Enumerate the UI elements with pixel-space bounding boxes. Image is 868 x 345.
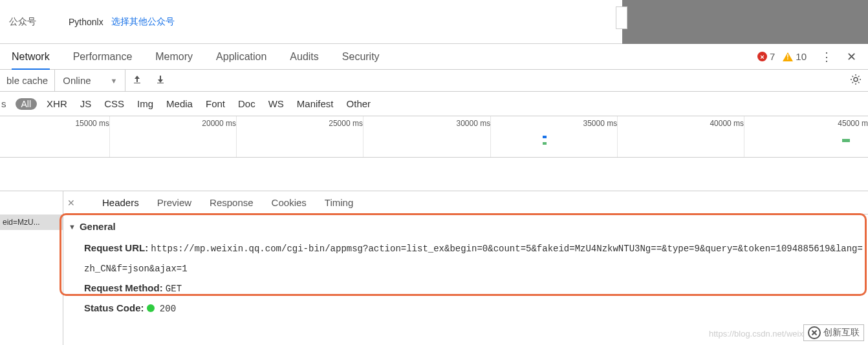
detail-split: eid=MzU... ✕ Headers Preview Response Co… [0,191,868,345]
timeline-label: 45000 m [838,119,868,128]
request-list: eid=MzU... [0,191,63,345]
tab-security[interactable]: Security [342,44,380,70]
upload-icon[interactable] [125,74,149,87]
brand-icon [808,326,821,339]
filter-doc[interactable]: Doc [235,98,259,109]
timeline[interactable]: 15000 ms 20000 ms 25000 ms 30000 ms 3500… [0,116,868,158]
warning-badge[interactable]: 10 [777,51,807,62]
watermark: 创新互联 [803,324,864,341]
devtools-tabs: Network Performance Memory Application A… [0,44,868,70]
error-icon: × [757,52,767,61]
filter-img[interactable]: Img [134,98,157,109]
svg-point-0 [854,78,858,81]
chevron-down-icon: ▼ [111,77,118,85]
detail-body: ▼ General Request URL: https://mp.weixin… [63,214,868,345]
status-icons: × 7 10 [757,51,807,62]
throttle-value: Online [63,75,91,86]
field-status-code: Status Code: 200 [69,298,863,319]
section-general[interactable]: ▼ General [69,221,863,232]
error-badge[interactable]: × 7 [757,51,775,62]
tab-audits[interactable]: Audits [290,44,318,70]
field-label: Request URL: [84,242,148,253]
gray-panel [622,0,868,44]
field-label: Request Method: [84,282,163,293]
watermark-url: https://blog.csdn.net/weix [709,329,803,339]
timeline-label: 40000 ms [710,119,744,128]
filter-ws[interactable]: WS [265,98,287,109]
field-value: https://mp.weixin.qq.com/cgi-bin/appmsg?… [84,244,863,274]
account-name: Pythonlx [69,17,103,27]
tab-performance[interactable]: Performance [73,44,133,70]
status-dot-icon [147,304,155,312]
filter-other[interactable]: Other [343,98,374,109]
brand-text: 创新互联 [823,327,860,339]
detail-tab-timing[interactable]: Timing [325,191,353,214]
timeline-marker [842,139,850,142]
field-value: 200 [160,304,176,314]
filter-media[interactable]: Media [163,98,196,109]
timeline-label: 15000 ms [75,119,109,128]
section-title: General [80,221,116,232]
tab-network[interactable]: Network [12,44,50,70]
throttle-select[interactable]: Online ▼ [55,70,125,91]
timeline-label: 25000 ms [329,119,363,128]
filter-css[interactable]: CSS [101,98,127,109]
field-request-url: Request URL: https://mp.weixin.qq.com/cg… [69,238,863,278]
filter-manifest[interactable]: Manifest [294,98,337,109]
gray-panel-inner [616,6,627,29]
field-value: GET [166,284,182,294]
filter-all[interactable]: All [16,98,38,110]
timeline-label: 30000 ms [457,119,491,128]
filter-xhr[interactable]: XHR [43,98,71,109]
timeline-label: 35000 ms [583,119,617,128]
disable-cache-label[interactable]: ble cache [0,70,55,91]
request-list-area [0,158,868,191]
list-item[interactable]: eid=MzU... [0,214,63,230]
filter-js[interactable]: JS [77,98,95,109]
network-toolbar: ble cache Online ▼ [0,70,868,92]
timeline-marker [543,142,547,145]
timeline-label: 20000 ms [202,119,236,128]
switch-account-link[interactable]: 选择其他公众号 [111,16,175,28]
warning-icon [783,52,793,61]
gear-icon[interactable] [843,74,868,87]
filter-row: s All XHR JS CSS Img Media Font Doc WS M… [0,92,868,116]
warning-count: 10 [796,51,807,62]
detail-tab-cookies[interactable]: Cookies [272,191,307,214]
error-count: 7 [770,51,775,62]
detail-tab-headers[interactable]: Headers [102,191,139,214]
tab-memory[interactable]: Memory [155,44,193,70]
close-icon[interactable]: ✕ [847,50,856,64]
account-type-label: 公众号 [9,16,36,28]
field-request-method: Request Method: GET [69,278,863,298]
close-detail-icon[interactable]: ✕ [67,198,75,208]
request-detail: ✕ Headers Preview Response Cookies Timin… [63,191,868,345]
caret-down-icon: ▼ [69,223,76,231]
download-icon[interactable] [149,74,172,87]
detail-tab-preview[interactable]: Preview [157,191,191,214]
kebab-menu-icon[interactable]: ⋮ [821,50,832,64]
tab-application[interactable]: Application [216,44,266,70]
detail-tab-response[interactable]: Response [210,191,254,214]
timeline-marker [543,136,547,138]
filter-prefix: s [1,98,6,109]
field-label: Status Code: [84,302,144,313]
filter-font[interactable]: Font [202,98,228,109]
detail-tabs: ✕ Headers Preview Response Cookies Timin… [63,191,868,214]
